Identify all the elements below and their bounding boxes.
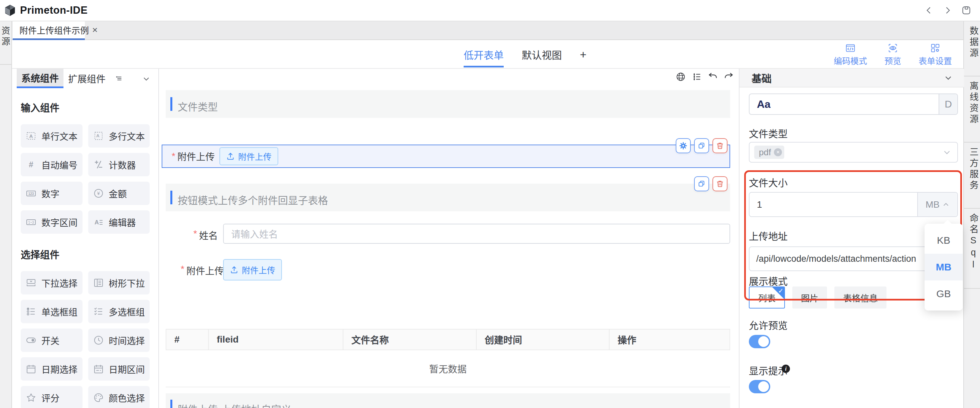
list-menu-icon[interactable] (116, 75, 123, 82)
tab-default-view[interactable]: 默认视图 (522, 40, 562, 69)
outline-icon[interactable] (691, 71, 702, 82)
palette-item[interactable]: 树形下拉 (88, 271, 150, 294)
palette-item[interactable]: A 单行文本 (21, 124, 83, 148)
display-mode-option[interactable]: 表格信息 ✓ (834, 286, 886, 308)
file-size-input: 1 MB (749, 192, 958, 217)
palette-item[interactable]: 日期选择 (21, 357, 83, 381)
palette-item[interactable]: 单选框组 (21, 300, 83, 323)
table-header-cell: fileid (209, 330, 344, 349)
palette-item[interactable]: 颜色选择 (88, 386, 150, 408)
tab-system-components[interactable]: 系统组件 (17, 69, 64, 88)
palette-item[interactable]: 1~3 数字区间 (21, 210, 83, 234)
delete-button[interactable] (713, 176, 727, 191)
data-binding-button[interactable]: D (939, 94, 957, 114)
remove-tag-icon[interactable]: × (774, 148, 782, 156)
group-title-select: 选择组件 (21, 247, 150, 261)
save-icon[interactable] (961, 5, 971, 15)
rail-item-resources[interactable]: 资源 (0, 21, 11, 65)
palette-item[interactable]: 评分 (21, 386, 83, 408)
unit-select[interactable]: MB (917, 193, 957, 216)
palette-item[interactable]: 计数器 (88, 153, 150, 176)
history-forward-icon[interactable] (943, 5, 953, 15)
section-accent-bar (170, 400, 172, 408)
file-size-value[interactable]: 1 (749, 193, 917, 216)
add-view-button[interactable]: + (580, 48, 587, 61)
palette-item[interactable]: ¥ 金额 (88, 182, 150, 205)
header-action-button[interactable]: 表单设置 (918, 43, 952, 67)
right-rail-item[interactable]: 三方服务 (964, 143, 980, 209)
active-tab-underline (464, 66, 504, 67)
undo-icon[interactable] (708, 71, 718, 82)
header-action-button[interactable]: 编码模式 (834, 43, 867, 67)
top-bar: Primeton-IDE (0, 0, 980, 21)
right-rail-item[interactable]: 数据源 (964, 21, 980, 76)
palette-item[interactable]: 日期区间 (88, 357, 150, 381)
info-icon[interactable]: i (781, 365, 790, 373)
selected-upload-field[interactable]: * 附件上传 附件上传 (162, 144, 730, 168)
inspector-header[interactable]: 基础 (740, 69, 964, 87)
app-title: Primeton-IDE (20, 4, 88, 16)
file-type-tag: pdf × (754, 146, 784, 159)
date-range-icon (93, 363, 104, 375)
globe-icon[interactable] (675, 71, 686, 82)
upload-url-label: 上传地址 (749, 229, 788, 243)
allow-preview-toggle[interactable] (749, 335, 770, 348)
document-tab[interactable]: 附件上传组件示例 × (13, 21, 85, 40)
svg-text:A: A (29, 133, 33, 139)
chevron-down-icon (943, 148, 951, 157)
display-mode-label: 展示模式 (749, 274, 788, 288)
redo-icon[interactable] (724, 71, 734, 82)
name-input-placeholder: 请输入姓名 (231, 227, 278, 240)
palette-item[interactable]: A 编辑器 (88, 210, 150, 234)
section-header-custom-url[interactable]: 附件上传-上传地址自定义 (165, 393, 730, 408)
name-input[interactable]: 请输入姓名 (223, 224, 730, 244)
tab-extension-components[interactable]: 扩展组件 (64, 69, 110, 88)
svg-text:123: 123 (29, 192, 34, 196)
palette-tabs: 系统组件 扩展组件 (12, 69, 158, 88)
right-rail: 数据源离线资源三方服务命名Sql (963, 21, 980, 408)
file-size-label: 文件大小 (749, 175, 788, 189)
palette-item[interactable]: A 多行文本 (88, 124, 150, 148)
field-name-value[interactable]: Aa (749, 94, 939, 114)
right-rail-item[interactable]: 命名Sql (964, 209, 980, 289)
palette-item[interactable]: 开关 (21, 329, 83, 352)
palette-item[interactable]: 多选框组 (88, 300, 150, 323)
show-tip-toggle[interactable] (749, 380, 770, 393)
canvas-toolbar (675, 71, 734, 82)
file-type-select[interactable]: pdf × (749, 142, 958, 163)
palette-item[interactable]: 下拉选择 (21, 271, 83, 294)
chevron-down-icon[interactable] (142, 75, 150, 83)
check-icon: ✓ (778, 287, 784, 295)
form-canvas: 文件类型 (159, 69, 739, 408)
code-mode-icon (845, 43, 856, 53)
header-action-button[interactable]: 预览 (885, 43, 901, 67)
display-mode-option[interactable]: 图片 ✓ (792, 286, 827, 308)
number-icon: 123 (25, 187, 37, 199)
unit-option[interactable]: GB (924, 281, 963, 307)
copy-button[interactable] (694, 138, 709, 153)
unit-option[interactable]: MB (924, 254, 963, 281)
copy-button[interactable] (694, 176, 709, 191)
upload-button[interactable]: 附件上传 (220, 147, 278, 165)
right-rail-item[interactable]: 离线资源 (964, 76, 980, 143)
unit-option[interactable]: KB (924, 227, 963, 254)
palette-item[interactable]: # 自动编号 (21, 153, 83, 176)
palette-item[interactable]: 123 数字 (21, 182, 83, 205)
chevron-down-icon (944, 73, 953, 82)
allow-preview-label: 允许预览 (749, 318, 788, 332)
table-header-cell: # (166, 330, 209, 349)
history-back-icon[interactable] (924, 5, 934, 15)
copy-icon (697, 179, 706, 188)
settings-button[interactable] (676, 138, 691, 153)
palette-item[interactable]: 时间选择 (88, 329, 150, 352)
main-area: 附件上传组件示例 × 低开表单 默认视图 + (12, 21, 963, 408)
upload-button[interactable]: 附件上传 (223, 259, 282, 281)
table-header-row: #fileid文件名称创建时间操作 (165, 329, 730, 350)
attachments-table: #fileid文件名称创建时间操作 暂无数据 (165, 329, 730, 387)
tab-lowcode-form[interactable]: 低开表单 (464, 40, 504, 69)
display-mode-option[interactable]: 列表 ✓ (749, 286, 785, 308)
section-header-button-mode[interactable]: 按钮模式上传多个附件回显子表格 (165, 184, 730, 211)
delete-button[interactable] (713, 138, 727, 153)
close-icon[interactable]: × (92, 25, 97, 35)
section-header-file-type[interactable]: 文件类型 (165, 90, 730, 118)
